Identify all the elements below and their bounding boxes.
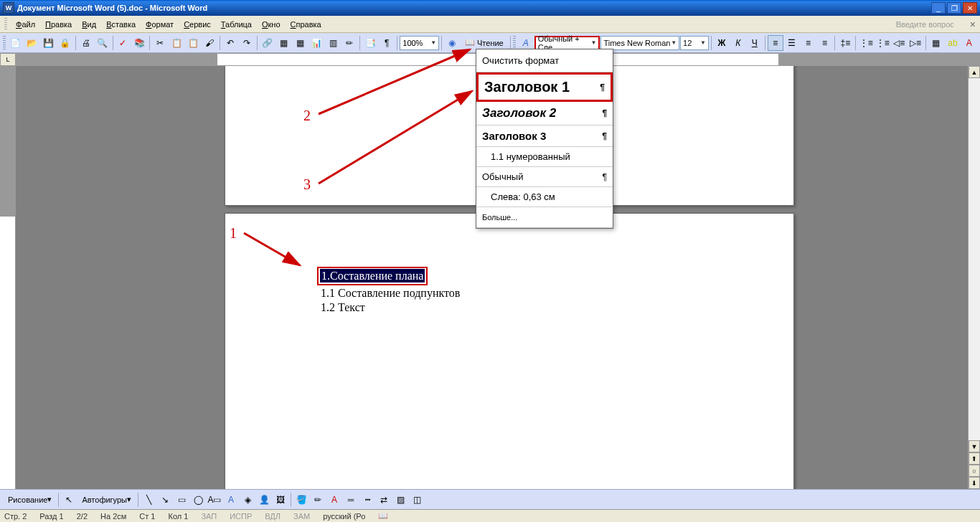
save-icon[interactable]: 💾 [41, 35, 57, 51]
status-language[interactable]: русский (Ро [323, 512, 365, 521]
clipart-icon[interactable]: 👤 [256, 492, 272, 508]
menu-help[interactable]: Справка [286, 19, 326, 30]
status-ovr[interactable]: ЗАМ [293, 512, 310, 521]
menu-handle[interactable] [4, 18, 7, 31]
toolbar-handle[interactable] [3, 36, 6, 50]
status-trk[interactable]: ИСПР [230, 512, 252, 521]
align-justify-icon[interactable]: ≡ [816, 35, 832, 51]
doc-close-button[interactable]: × [970, 19, 976, 30]
open-icon[interactable]: 📂 [24, 35, 40, 51]
menu-file[interactable]: Файл [11, 19, 39, 30]
menu-tools[interactable]: Сервис [179, 19, 215, 30]
fill-color-icon[interactable]: 🪣 [293, 492, 309, 508]
diagram-icon[interactable]: ◈ [240, 492, 255, 508]
format-painter-icon[interactable]: 🖌 [202, 35, 217, 51]
bold-button[interactable]: Ж [714, 35, 730, 51]
vertical-ruler[interactable] [0, 66, 16, 489]
columns-icon[interactable]: ▥ [326, 35, 341, 51]
italic-button[interactable]: К [730, 35, 746, 51]
permissions-icon[interactable]: 🔒 [57, 35, 73, 51]
line-color-icon[interactable]: ✏ [310, 492, 326, 508]
align-right-icon[interactable]: ≡ [801, 35, 816, 51]
menu-window[interactable]: Окно [258, 19, 285, 30]
numbering-icon[interactable]: ⋮≡ [858, 35, 874, 51]
research-icon[interactable]: 📚 [131, 35, 147, 51]
scroll-down-icon[interactable]: ▼ [969, 440, 980, 452]
align-left-icon[interactable]: ≡ [768, 35, 783, 51]
spellcheck-icon[interactable]: ✓ [116, 35, 131, 51]
underline-button[interactable]: Ч [747, 35, 763, 51]
next-page-icon[interactable]: ⬇ [969, 477, 980, 489]
toolbar-handle-2[interactable] [513, 36, 516, 50]
paste-icon[interactable]: 📋 [185, 35, 201, 51]
textbox-tool-icon[interactable]: A▭ [207, 492, 222, 508]
close-button[interactable]: ✕ [963, 2, 977, 14]
drawing-menu[interactable]: Рисование ▾ [4, 493, 56, 507]
align-center-icon[interactable]: ☰ [784, 35, 800, 51]
style-heading-2[interactable]: Заголовок 2¶ [476, 102, 613, 125]
menu-edit[interactable]: Правка [41, 19, 76, 30]
print-preview-icon[interactable]: 🔍 [95, 35, 110, 51]
scroll-track[interactable] [969, 78, 980, 440]
decrease-indent-icon[interactable]: ◁≡ [891, 35, 907, 51]
prev-page-icon[interactable]: ⬆ [969, 452, 980, 465]
spell-status-icon[interactable]: 📖 [378, 511, 388, 521]
rectangle-tool-icon[interactable]: ▭ [174, 492, 189, 508]
minimize-button[interactable]: _ [931, 2, 946, 14]
select-objects-icon[interactable]: ↖ [61, 492, 77, 508]
status-rec[interactable]: ЗАП [201, 512, 217, 521]
borders-icon[interactable]: ▦ [928, 35, 944, 51]
line-style-icon[interactable]: ═ [343, 492, 359, 508]
3d-icon[interactable]: ◫ [409, 492, 425, 508]
size-combo[interactable]: 12▼ [680, 36, 709, 50]
menu-view[interactable]: Вид [77, 19, 100, 30]
ruler-corner[interactable]: L [0, 53, 16, 66]
font-color-icon[interactable]: A [961, 35, 977, 51]
autoshapes-menu[interactable]: Автофигуры ▾ [77, 493, 136, 507]
dash-style-icon[interactable]: ┅ [359, 492, 375, 508]
menu-table[interactable]: Таблица [217, 19, 256, 30]
picture-icon[interactable]: 🖼 [273, 492, 288, 508]
print-icon[interactable]: 🖨 [78, 35, 94, 51]
vertical-scrollbar[interactable]: ▲ ▼ ⬆ ○ ⬇ [968, 66, 980, 489]
doc-line-1-selected[interactable]: 1.Составление плана [320, 269, 425, 283]
browse-object-icon[interactable]: ○ [969, 465, 980, 477]
style-clear-format[interactable]: Очистить формат [476, 49, 613, 72]
doc-line-2[interactable]: 1.1 Составление подпунктов [321, 287, 460, 300]
font-color-draw-icon[interactable]: A [326, 492, 342, 508]
style-normal[interactable]: Обычный¶ [476, 167, 613, 187]
style-heading-1[interactable]: Заголовок 1¶ [476, 72, 613, 102]
hyperlink-icon[interactable]: 🔗 [260, 35, 275, 51]
highlight-icon[interactable]: ab [945, 35, 961, 51]
copy-icon[interactable]: 📋 [169, 35, 184, 51]
redo-icon[interactable]: ↷ [239, 35, 255, 51]
cut-icon[interactable]: ✂ [152, 35, 168, 51]
style-heading-3[interactable]: Заголовок 3¶ [476, 125, 613, 147]
tables-borders-icon[interactable]: ▦ [276, 35, 292, 51]
zoom-combo[interactable]: 100%▼ [400, 36, 439, 50]
undo-icon[interactable]: ↶ [222, 35, 238, 51]
wordart-icon[interactable]: A [223, 492, 239, 508]
oval-tool-icon[interactable]: ◯ [190, 492, 206, 508]
style-indent[interactable]: Слева: 0,63 см [476, 187, 613, 207]
show-formatting-icon[interactable]: ¶ [379, 35, 395, 51]
line-tool-icon[interactable]: ╲ [141, 492, 156, 508]
shadow-icon[interactable]: ▨ [392, 492, 408, 508]
arrow-style-icon[interactable]: ⇄ [376, 492, 392, 508]
font-combo[interactable]: Times New Roman▼ [600, 36, 679, 50]
style-combo[interactable]: Обычный + Сле▼ [534, 36, 600, 50]
new-doc-icon[interactable]: 📄 [8, 35, 24, 51]
ask-question-input[interactable]: Введите вопрос [896, 20, 964, 29]
maximize-button[interactable]: ❐ [947, 2, 961, 14]
doc-line-3[interactable]: 1.2 Текст [321, 301, 365, 314]
menu-insert[interactable]: Вставка [102, 19, 140, 30]
style-more[interactable]: Больше... [476, 207, 613, 228]
insert-table-icon[interactable]: ▦ [293, 35, 308, 51]
help-icon[interactable]: ◉ [444, 35, 460, 51]
scroll-up-icon[interactable]: ▲ [969, 66, 980, 78]
status-ext[interactable]: ВДЛ [265, 512, 281, 521]
style-numbered[interactable]: 1.1 нумерованный [476, 147, 613, 167]
line-spacing-icon[interactable]: ‡≡ [837, 35, 853, 51]
drawing-icon[interactable]: ✏ [342, 35, 358, 51]
arrow-tool-icon[interactable]: ↘ [157, 492, 173, 508]
